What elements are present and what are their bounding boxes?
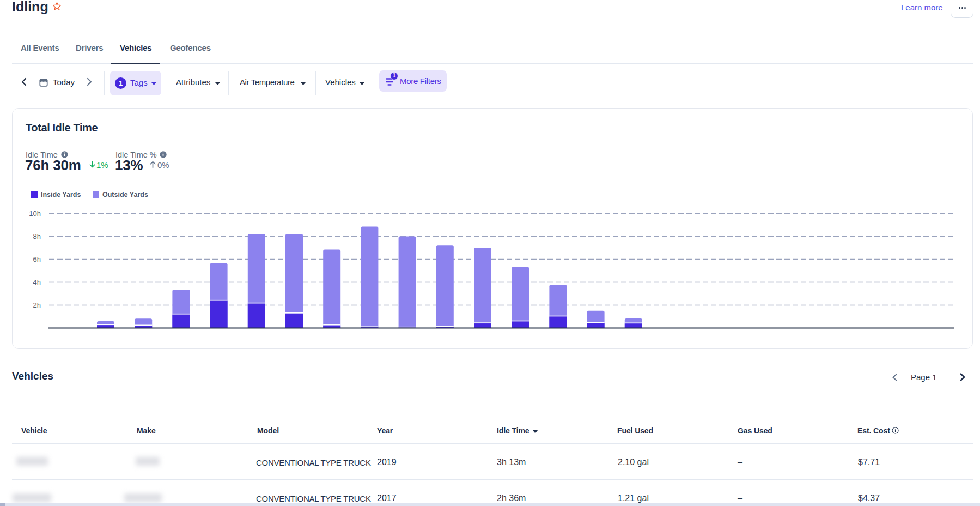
- svg-text:8h: 8h: [33, 232, 41, 240]
- svg-text:2h: 2h: [33, 301, 41, 309]
- svg-text:10h: 10h: [29, 209, 41, 218]
- svg-text:4h: 4h: [33, 278, 41, 286]
- svg-text:6h: 6h: [33, 255, 41, 263]
